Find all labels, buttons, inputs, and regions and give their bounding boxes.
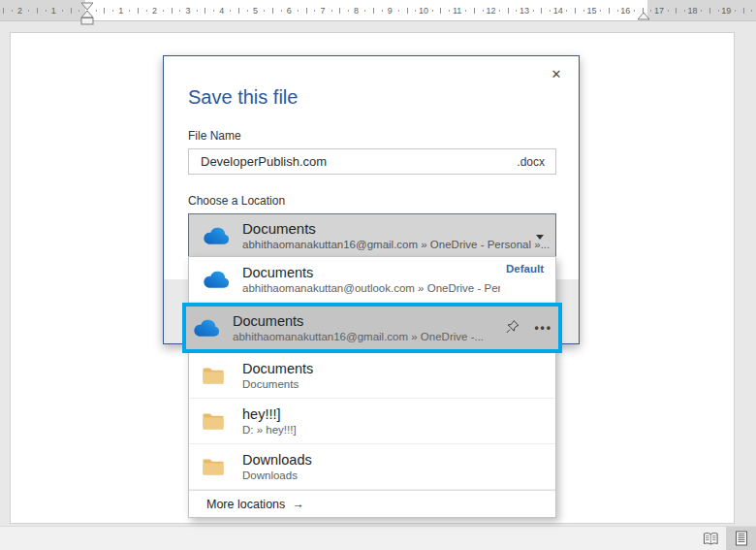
location-item-downloads[interactable]: Downloads Downloads: [189, 444, 555, 490]
ruler-tick: [146, 10, 147, 12]
ruler-tick: [306, 8, 307, 14]
print-layout-button[interactable]: [726, 527, 756, 550]
ruler-tick: [583, 10, 584, 12]
ruler-number: 18: [688, 6, 698, 16]
right-arrow-icon: →: [292, 498, 304, 511]
ruler-number: 19: [721, 6, 731, 16]
ruler-tick: [129, 10, 130, 12]
ruler-tick: [62, 10, 63, 12]
ruler-number: 9: [388, 6, 393, 16]
location-subtitle: Downloads: [242, 469, 555, 482]
ruler-tick: [314, 10, 315, 12]
location-subtitle: abhithaomanakuttan16@gmail.com » OneDriv…: [233, 330, 503, 343]
choose-location-label: Choose a Location: [188, 194, 579, 208]
location-title: Downloads: [242, 451, 555, 469]
ruler-tick: [28, 10, 29, 12]
ruler-tick: [676, 8, 677, 14]
horizontal-ruler: 2112345678910111213141516171819: [0, 0, 756, 21]
location-title: Documents: [242, 360, 555, 377]
ruler-tick: [205, 8, 205, 14]
ruler-tick: [440, 8, 441, 14]
ruler-tick: [112, 10, 113, 12]
location-item-onedrive-gmail[interactable]: Documents abhithaomanakuttan16@gmail.com…: [182, 303, 562, 353]
location-select[interactable]: Documents abhithaomanakuttan16@gmail.com…: [188, 213, 556, 258]
ruler-tick: [172, 8, 173, 14]
ruler-tick: [650, 10, 651, 12]
close-icon[interactable]: ✕: [546, 63, 567, 84]
ruler-tick: [298, 10, 299, 12]
ruler-tick: [230, 10, 231, 12]
location-title: Documents: [233, 312, 503, 330]
ruler-number: 17: [654, 6, 664, 16]
dialog-title: Save this file: [188, 86, 579, 109]
ruler-tick: [12, 10, 13, 12]
more-locations-link[interactable]: More locations →: [189, 490, 555, 517]
ruler-tick: [179, 10, 180, 12]
ruler-number: 15: [586, 6, 596, 16]
ruler-number: 13: [520, 6, 529, 16]
ruler-tick: [634, 10, 635, 12]
ruler-tick: [516, 10, 517, 12]
ruler-number: 5: [253, 6, 258, 16]
ruler-tick: [348, 10, 349, 12]
ruler-tick: [751, 10, 752, 12]
print-layout-icon: [734, 531, 749, 546]
ruler-tick: [281, 10, 282, 12]
pin-icon[interactable]: [503, 317, 522, 340]
file-extension-label: .docx: [517, 155, 545, 169]
chevron-down-icon: [536, 235, 544, 240]
ruler-tick: [238, 8, 239, 14]
ruler-tick: [398, 10, 399, 12]
ruler-number: 7: [320, 6, 325, 16]
ruler-tick: [96, 10, 97, 12]
ruler-tick: [197, 10, 198, 12]
more-options-icon[interactable]: •••: [532, 319, 554, 337]
ruler-tick: [735, 10, 736, 12]
ruler-tick: [415, 10, 416, 12]
ruler-tick: [46, 10, 47, 12]
ruler-tick: [3, 8, 4, 14]
ruler-tick: [743, 8, 744, 14]
ruler-tick: [566, 10, 567, 12]
indent-markers-icon[interactable]: [80, 1, 94, 26]
ruler-number: 2: [152, 6, 157, 16]
ruler-tick: [575, 8, 576, 14]
default-badge: Default: [506, 263, 544, 275]
file-name-input[interactable]: [188, 148, 556, 175]
ruler-tick: [272, 8, 273, 14]
ruler-number: 10: [419, 6, 428, 16]
ruler-number: 16: [620, 6, 630, 16]
read-mode-button[interactable]: [696, 527, 726, 550]
ruler-tick: [609, 8, 610, 14]
file-name-label: File Name: [188, 129, 579, 143]
ruler-tick: [264, 10, 265, 12]
ruler-number: 11: [453, 6, 461, 16]
ruler-tick: [339, 8, 340, 14]
ruler-number: 1: [51, 6, 56, 16]
onedrive-cloud-icon: [202, 271, 231, 289]
ruler-number: 2: [17, 6, 22, 16]
ruler-tick: [668, 10, 669, 12]
ruler-tick: [37, 8, 38, 14]
location-subtitle: abhithaomanakuttan@outlook.com » OneDriv…: [242, 281, 500, 295]
ruler-number: 4: [219, 6, 224, 16]
ruler-tick: [407, 8, 408, 14]
ruler-tick: [465, 10, 466, 12]
ruler-tick: [709, 8, 710, 14]
save-file-dialog: ✕ Save this file File Name .docx Choose …: [163, 55, 580, 344]
ruler-tick: [138, 8, 139, 14]
ruler-tick: [533, 10, 534, 12]
ruler-tick: [718, 10, 719, 12]
location-item-documents-local[interactable]: Documents Documents: [189, 353, 555, 399]
ruler-tick: [382, 10, 383, 12]
read-mode-icon: [703, 532, 719, 546]
location-dropdown: Documents abhithaomanakuttan@outlook.com…: [188, 256, 556, 518]
ruler-tick: [508, 8, 509, 14]
location-subtitle: D: » hey!!!]: [242, 423, 555, 437]
ruler-tick: [600, 10, 601, 12]
location-item-hey[interactable]: hey!!!] D: » hey!!!]: [189, 399, 555, 444]
location-subtitle: Documents: [242, 377, 555, 391]
location-item-onedrive-default[interactable]: Documents abhithaomanakuttan@outlook.com…: [189, 257, 555, 303]
status-bar: [0, 526, 756, 550]
right-indent-marker-icon[interactable]: [637, 12, 650, 20]
